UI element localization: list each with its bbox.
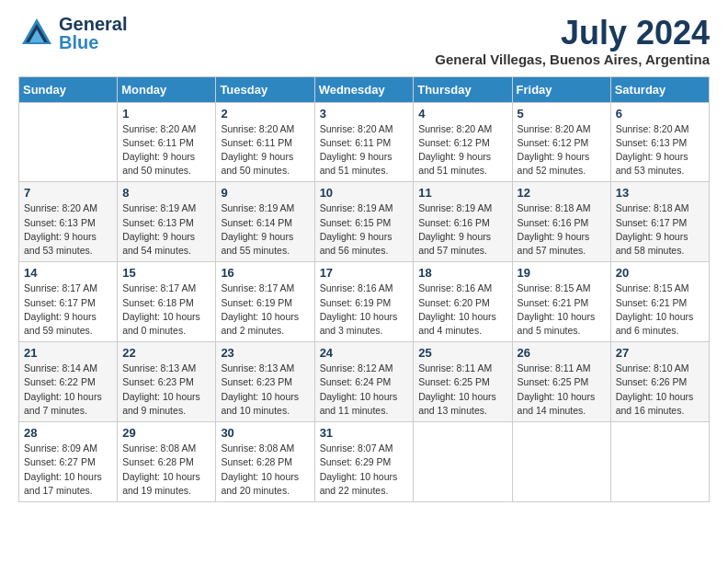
- calendar-cell: 25Sunrise: 8:11 AMSunset: 6:25 PMDayligh…: [414, 342, 512, 422]
- calendar-cell: [512, 422, 610, 502]
- calendar-cell: 14Sunrise: 8:17 AMSunset: 6:17 PMDayligh…: [19, 262, 118, 342]
- day-number: 7: [24, 186, 112, 200]
- calendar-cell: 6Sunrise: 8:20 AMSunset: 6:13 PMDaylight…: [610, 102, 709, 182]
- day-detail: Sunrise: 8:16 AMSunset: 6:19 PMDaylight:…: [320, 282, 409, 338]
- day-detail: Sunrise: 8:13 AMSunset: 6:23 PMDaylight:…: [221, 362, 309, 418]
- day-detail: Sunrise: 8:17 AMSunset: 6:19 PMDaylight:…: [221, 282, 309, 338]
- header-day-tuesday: Tuesday: [216, 76, 314, 102]
- calendar-cell: 9Sunrise: 8:19 AMSunset: 6:14 PMDaylight…: [216, 182, 314, 262]
- day-number: 17: [320, 266, 409, 280]
- day-detail: Sunrise: 8:15 AMSunset: 6:21 PMDaylight:…: [616, 282, 704, 338]
- header-row: SundayMondayTuesdayWednesdayThursdayFrid…: [19, 76, 710, 102]
- header-day-friday: Friday: [512, 76, 610, 102]
- day-number: 25: [418, 346, 506, 360]
- day-detail: Sunrise: 8:18 AMSunset: 6:17 PMDaylight:…: [616, 201, 704, 258]
- calendar-cell: 29Sunrise: 8:08 AMSunset: 6:28 PMDayligh…: [118, 422, 216, 502]
- logo-general: General: [59, 15, 127, 33]
- page-header: General Blue July 2024 General Villegas,…: [18, 15, 710, 67]
- header-day-saturday: Saturday: [610, 76, 709, 102]
- day-number: 26: [518, 346, 606, 360]
- week-row-1: 1Sunrise: 8:20 AMSunset: 6:11 PMDaylight…: [19, 102, 710, 182]
- day-number: 2: [221, 107, 309, 121]
- day-detail: Sunrise: 8:19 AMSunset: 6:15 PMDaylight:…: [320, 201, 409, 258]
- logo-text: General Blue: [59, 15, 127, 52]
- calendar-cell: 20Sunrise: 8:15 AMSunset: 6:21 PMDayligh…: [610, 262, 709, 342]
- day-number: 28: [24, 426, 112, 440]
- day-number: 18: [418, 266, 506, 280]
- day-number: 21: [24, 346, 112, 360]
- day-number: 13: [616, 186, 704, 200]
- day-detail: Sunrise: 8:08 AMSunset: 6:28 PMDaylight:…: [122, 442, 210, 498]
- main-title: July 2024: [435, 15, 710, 52]
- day-number: 16: [221, 266, 309, 280]
- calendar-cell: 10Sunrise: 8:19 AMSunset: 6:15 PMDayligh…: [314, 182, 414, 262]
- calendar-cell: 8Sunrise: 8:19 AMSunset: 6:13 PMDaylight…: [118, 182, 216, 262]
- week-row-2: 7Sunrise: 8:20 AMSunset: 6:13 PMDaylight…: [19, 182, 710, 262]
- day-detail: Sunrise: 8:12 AMSunset: 6:24 PMDaylight:…: [320, 362, 409, 418]
- day-number: 22: [122, 346, 210, 360]
- header-day-thursday: Thursday: [414, 76, 512, 102]
- day-number: 3: [320, 107, 409, 121]
- calendar-body: 1Sunrise: 8:20 AMSunset: 6:11 PMDaylight…: [19, 102, 710, 501]
- day-number: 5: [518, 107, 606, 121]
- calendar-header: SundayMondayTuesdayWednesdayThursdayFrid…: [19, 76, 710, 102]
- day-detail: Sunrise: 8:18 AMSunset: 6:16 PMDaylight:…: [518, 201, 606, 258]
- day-detail: Sunrise: 8:13 AMSunset: 6:23 PMDaylight:…: [122, 362, 210, 418]
- day-number: 9: [221, 186, 309, 200]
- day-detail: Sunrise: 8:20 AMSunset: 6:13 PMDaylight:…: [616, 122, 704, 178]
- calendar-cell: 3Sunrise: 8:20 AMSunset: 6:11 PMDaylight…: [314, 102, 414, 182]
- week-row-5: 28Sunrise: 8:09 AMSunset: 6:27 PMDayligh…: [19, 422, 710, 502]
- calendar-cell: 21Sunrise: 8:14 AMSunset: 6:22 PMDayligh…: [19, 342, 118, 422]
- week-row-3: 14Sunrise: 8:17 AMSunset: 6:17 PMDayligh…: [19, 262, 710, 342]
- day-number: 14: [24, 266, 112, 280]
- header-day-sunday: Sunday: [19, 76, 118, 102]
- calendar-cell: 31Sunrise: 8:07 AMSunset: 6:29 PMDayligh…: [314, 422, 414, 502]
- day-detail: Sunrise: 8:10 AMSunset: 6:26 PMDaylight:…: [616, 362, 704, 418]
- calendar-cell: 22Sunrise: 8:13 AMSunset: 6:23 PMDayligh…: [118, 342, 216, 422]
- day-detail: Sunrise: 8:15 AMSunset: 6:21 PMDaylight:…: [518, 282, 606, 338]
- day-number: 19: [518, 266, 606, 280]
- calendar-cell: 19Sunrise: 8:15 AMSunset: 6:21 PMDayligh…: [512, 262, 610, 342]
- day-number: 8: [122, 186, 210, 200]
- day-number: 27: [616, 346, 704, 360]
- day-number: 31: [320, 426, 409, 440]
- day-detail: Sunrise: 8:11 AMSunset: 6:25 PMDaylight:…: [518, 362, 606, 418]
- day-number: 20: [616, 266, 704, 280]
- day-number: 12: [518, 186, 606, 200]
- day-detail: Sunrise: 8:16 AMSunset: 6:20 PMDaylight:…: [418, 282, 506, 338]
- day-detail: Sunrise: 8:20 AMSunset: 6:13 PMDaylight:…: [24, 201, 112, 258]
- calendar-cell: 15Sunrise: 8:17 AMSunset: 6:18 PMDayligh…: [118, 262, 216, 342]
- day-number: 29: [122, 426, 210, 440]
- calendar-cell: 27Sunrise: 8:10 AMSunset: 6:26 PMDayligh…: [610, 342, 709, 422]
- day-detail: Sunrise: 8:20 AMSunset: 6:11 PMDaylight:…: [221, 122, 309, 178]
- day-number: 30: [221, 426, 309, 440]
- calendar-cell: 7Sunrise: 8:20 AMSunset: 6:13 PMDaylight…: [19, 182, 118, 262]
- day-detail: Sunrise: 8:07 AMSunset: 6:29 PMDaylight:…: [320, 442, 409, 498]
- day-detail: Sunrise: 8:17 AMSunset: 6:18 PMDaylight:…: [122, 282, 210, 338]
- calendar-table: SundayMondayTuesdayWednesdayThursdayFrid…: [18, 76, 710, 502]
- calendar-cell: 16Sunrise: 8:17 AMSunset: 6:19 PMDayligh…: [216, 262, 314, 342]
- day-number: 24: [320, 346, 409, 360]
- day-number: 6: [616, 107, 704, 121]
- day-detail: Sunrise: 8:17 AMSunset: 6:17 PMDaylight:…: [24, 282, 112, 338]
- day-detail: Sunrise: 8:20 AMSunset: 6:11 PMDaylight:…: [320, 122, 409, 178]
- logo: General Blue: [18, 15, 127, 52]
- calendar-cell: 11Sunrise: 8:19 AMSunset: 6:16 PMDayligh…: [414, 182, 512, 262]
- day-number: 1: [122, 107, 210, 121]
- header-day-monday: Monday: [118, 76, 216, 102]
- day-detail: Sunrise: 8:20 AMSunset: 6:12 PMDaylight:…: [418, 122, 506, 178]
- day-detail: Sunrise: 8:11 AMSunset: 6:25 PMDaylight:…: [418, 362, 506, 418]
- calendar-cell: 18Sunrise: 8:16 AMSunset: 6:20 PMDayligh…: [414, 262, 512, 342]
- calendar-cell: [19, 102, 118, 182]
- day-detail: Sunrise: 8:20 AMSunset: 6:12 PMDaylight:…: [518, 122, 606, 178]
- subtitle: General Villegas, Buenos Aires, Argentin…: [435, 52, 710, 67]
- day-number: 10: [320, 186, 409, 200]
- calendar-cell: 24Sunrise: 8:12 AMSunset: 6:24 PMDayligh…: [314, 342, 414, 422]
- calendar-cell: 30Sunrise: 8:08 AMSunset: 6:28 PMDayligh…: [216, 422, 314, 502]
- day-number: 23: [221, 346, 309, 360]
- calendar-cell: [610, 422, 709, 502]
- calendar-cell: 28Sunrise: 8:09 AMSunset: 6:27 PMDayligh…: [19, 422, 118, 502]
- header-day-wednesday: Wednesday: [314, 76, 414, 102]
- day-detail: Sunrise: 8:20 AMSunset: 6:11 PMDaylight:…: [122, 122, 210, 178]
- calendar-cell: 17Sunrise: 8:16 AMSunset: 6:19 PMDayligh…: [314, 262, 414, 342]
